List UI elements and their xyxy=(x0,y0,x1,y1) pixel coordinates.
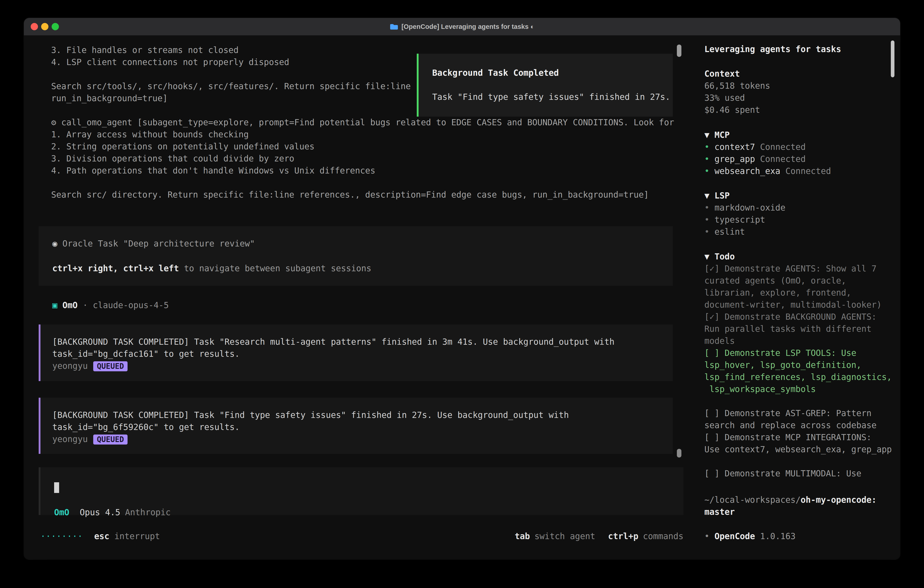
terminal-line: 3. Division operations that could divide… xyxy=(51,153,674,165)
main-pane: 3. File handles or streams not closed 4.… xyxy=(24,36,695,560)
bullet-icon: • xyxy=(705,154,710,164)
status-right: tabswitch agentctrl+pcommands xyxy=(515,530,683,543)
disclosure-triangle-icon: ▼ xyxy=(705,130,710,140)
titlebar: [OpenCode] Leveraging agents for tasks ◐ xyxy=(24,18,900,36)
esc-key-hint: esc xyxy=(94,530,109,543)
oracle-task-panel[interactable]: ◉ Oracle Task "Deep architecture review"… xyxy=(39,226,673,286)
terminal-line xyxy=(51,177,674,189)
todo-line: curated agents (OmO, oracle, xyxy=(705,275,896,287)
oracle-task-icon: ◉ xyxy=(52,239,57,249)
sidebar-scrollbar-thumb[interactable] xyxy=(891,40,894,77)
message-line: [BACKGROUND TASK COMPLETED] Task "Find t… xyxy=(52,409,666,421)
message-meta: yeongyuQUEUED xyxy=(52,433,666,445)
agent-name: OmO xyxy=(63,301,78,310)
close-button[interactable] xyxy=(31,23,38,30)
todo-item: [✓] Demonstrate BACKGROUND AGENTS: Run p… xyxy=(705,311,896,347)
window-title: [OpenCode] Leveraging agents for tasks ◐ xyxy=(390,23,535,30)
todo-line: librarian, explore, frontend, xyxy=(705,287,896,299)
main-scrollbar-thumb-bottom[interactable] xyxy=(677,449,681,458)
mcp-item: • grep_app Connected xyxy=(705,153,896,165)
mcp-item: • websearch_exa Connected xyxy=(705,165,896,177)
todo-section: ▼ Todo [✓] Demonstrate AGENTS: Show all … xyxy=(705,251,896,479)
prompt-input[interactable]: OmOOpus 4.5Anthropic xyxy=(39,467,683,515)
status-bar: ········escinterrupt tabswitch agentctrl… xyxy=(24,530,695,543)
task-message-card[interactable]: [BACKGROUND TASK COMPLETED] Task "Find t… xyxy=(39,398,673,454)
zoom-button[interactable] xyxy=(52,23,59,30)
todo-line: Run parallel tasks with different xyxy=(705,323,896,335)
todo-line: Use context7, websearch_exa, grep_app xyxy=(705,443,896,456)
agent-square-icon: ▣ xyxy=(52,301,57,310)
todo-line: [ ] Demonstrate LSP TOOLS: Use xyxy=(705,347,896,359)
context-heading: Context xyxy=(705,68,896,80)
commands-label: commands xyxy=(643,530,683,543)
bullet-icon: • xyxy=(705,215,710,225)
mcp-section: ▼ MCP • context7 Connected • grep_app Co… xyxy=(705,129,896,177)
context-used: 33% used xyxy=(705,92,896,104)
queued-badge: QUEUED xyxy=(93,361,127,371)
traffic-lights xyxy=(31,18,59,35)
lsp-item: • eslint xyxy=(705,226,896,238)
agent-header: ▣ OmO · claude-opus-4-5 xyxy=(52,299,169,312)
lsp-server-name: eslint xyxy=(714,227,745,237)
lsp-section: ▼ LSP • markdown-oxide • typescript • es… xyxy=(705,190,896,238)
active-model-label: Opus 4.5 xyxy=(80,507,120,517)
todo-item-active: [ ] Demonstrate LSP TOOLS: Use lsp_hover… xyxy=(705,347,896,395)
workspace-branch: master xyxy=(705,506,896,518)
task-message-card[interactable]: [BACKGROUND TASK COMPLETED] Task "Resear… xyxy=(39,324,673,381)
message-line: task_id="bg_dcfac161" to get results. xyxy=(52,348,666,360)
terminal-line: 1. Array access without bounds checking xyxy=(51,129,674,140)
text-cursor xyxy=(54,482,59,493)
notification-title: Background Task Completed xyxy=(432,67,664,79)
switch-agent-label: switch agent xyxy=(535,530,595,543)
notification-toast[interactable]: Background Task Completed Task "Find typ… xyxy=(417,54,673,117)
workspace-path: ~/local-workspaces/oh-my-opencode: maste… xyxy=(705,494,896,518)
todo-line: lsp_workspace_symbols xyxy=(705,383,896,395)
folder-icon xyxy=(390,23,398,30)
todo-line: [✓] Demonstrate AGENTS: Show all 7 xyxy=(705,263,896,275)
terminal-line: 4. Path operations that don't handle Win… xyxy=(51,165,674,177)
sidebar: Leveraging agents for tasks Context 66,5… xyxy=(695,36,900,560)
queued-badge: QUEUED xyxy=(93,434,127,444)
commands-key-hint: ctrl+p xyxy=(608,530,639,543)
message-author: yeongyu xyxy=(52,434,88,444)
lsp-item: • typescript xyxy=(705,214,896,226)
interrupt-label: interrupt xyxy=(114,530,160,543)
shortcut-hint: ctrl+x right, ctrl+x left to navigate be… xyxy=(52,263,673,274)
shortcut-description: to navigate between subagent sessions xyxy=(179,264,371,273)
provider-label: Anthropic xyxy=(125,507,170,517)
bullet-icon: • xyxy=(705,203,710,213)
spinner-dots-icon: ········ xyxy=(40,530,83,543)
lsp-server-name: typescript xyxy=(714,215,765,225)
todo-line: search and replace across codebase xyxy=(705,419,896,431)
todo-item: [ ] Demonstrate AST-GREP: Pattern search… xyxy=(705,407,896,431)
mcp-item: • context7 Connected xyxy=(705,141,896,153)
mcp-heading: MCP xyxy=(714,130,730,140)
todo-line: [ ] Demonstrate AST-GREP: Pattern xyxy=(705,407,896,419)
shortcut-keys: ctrl+x right, ctrl+x left xyxy=(52,264,179,273)
mcp-server-name: grep_app xyxy=(714,154,755,164)
message-meta: yeongyuQUEUED xyxy=(52,360,666,372)
status-left: ········escinterrupt xyxy=(40,530,160,543)
terminal-line: ⚙ call_omo_agent [subagent_type=explore,… xyxy=(51,116,674,129)
mcp-server-name: websearch_exa xyxy=(714,166,780,176)
todo-line: [ ] Demonstrate MCP INTEGRATIONS: xyxy=(705,431,896,443)
todo-item: [✓] Demonstrate AGENTS: Show all 7 curat… xyxy=(705,263,896,311)
tab-key-hint: tab xyxy=(515,530,530,543)
message-author: yeongyu xyxy=(52,361,88,371)
todo-line: models xyxy=(705,335,896,347)
context-tokens: 66,518 tokens xyxy=(705,80,896,92)
lsp-server-name: markdown-oxide xyxy=(714,203,785,213)
app-name: OpenCode xyxy=(714,531,755,541)
mcp-server-name: context7 xyxy=(714,142,755,152)
todo-line: document-writer, multimodal-looker) xyxy=(705,299,896,311)
message-line: task_id="bg_6f59260c" to get results. xyxy=(52,421,666,433)
lsp-heading: LSP xyxy=(714,191,730,201)
workspace-path-prefix: ~/local-workspaces/ xyxy=(705,495,800,505)
message-line: [BACKGROUND TASK COMPLETED] Task "Resear… xyxy=(52,336,666,348)
disclosure-triangle-icon: ▼ xyxy=(705,191,710,201)
todo-line: [ ] Demonstrate MULTIMODAL: Use xyxy=(705,467,896,479)
minimize-button[interactable] xyxy=(41,23,48,30)
main-scrollbar-thumb-top[interactable] xyxy=(677,45,681,57)
active-agent-label: OmO xyxy=(54,507,69,517)
lsp-item: • markdown-oxide xyxy=(705,202,896,214)
